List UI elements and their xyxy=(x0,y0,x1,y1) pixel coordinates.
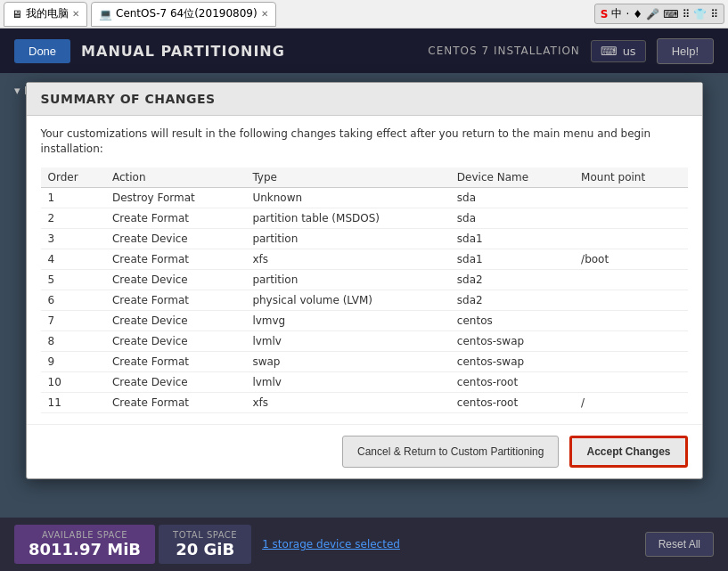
table-row: 2 Create Format partition table (MSDOS) … xyxy=(41,208,688,228)
taskbar-tab-centos[interactable]: 💻 CentOS-7 64位(20190809) ✕ xyxy=(91,2,276,27)
ime-shirt[interactable]: 👕 xyxy=(693,8,707,20)
cell-type: xfs xyxy=(245,249,449,269)
available-space-label: AVAILABLE SPACE xyxy=(29,530,141,540)
cell-type: lvmlv xyxy=(245,330,449,351)
taskbar-tab-mycomputer[interactable]: 🖥 我的电脑 ✕ xyxy=(4,2,87,27)
cancel-button[interactable]: Cancel & Return to Custom Partitioning xyxy=(342,436,559,468)
dialog-title: SUMMARY OF CHANGES xyxy=(41,92,688,106)
cell-mount xyxy=(574,371,687,392)
ime-dot[interactable]: · xyxy=(626,8,629,20)
cell-type: lvmlv xyxy=(245,371,449,392)
cell-mount xyxy=(574,208,687,228)
cell-device: centos-root xyxy=(450,371,574,392)
cell-action: Create Device xyxy=(105,371,245,392)
summary-dialog: SUMMARY OF CHANGES Your customizations w… xyxy=(26,82,703,479)
dialog-overlay: SUMMARY OF CHANGES Your customizations w… xyxy=(0,73,728,518)
cell-action: Create Device xyxy=(105,228,245,249)
total-space-value: 20 GiB xyxy=(173,540,237,559)
cell-order: 6 xyxy=(41,290,105,310)
table-row: 9 Create Format swap centos-swap xyxy=(41,351,688,371)
keyboard-icon: ⌨ xyxy=(601,45,618,58)
dialog-footer: Cancel & Return to Custom Partitioning A… xyxy=(27,424,702,478)
cell-mount xyxy=(574,330,687,351)
centos-label: CENTOS 7 INSTALLATION xyxy=(428,45,580,57)
dialog-body: Your customizations will result in the f… xyxy=(27,116,702,424)
ime-toolbar: S 中 · ♦ 🎤 ⌨ ⠿ 👕 ⠿ xyxy=(594,4,724,24)
cell-action: Destroy Format xyxy=(105,187,245,208)
accept-button[interactable]: Accept Changes xyxy=(569,436,687,468)
changes-table: Order Action Type Device Name Mount poin… xyxy=(41,167,688,413)
ime-grid2[interactable]: ⠿ xyxy=(710,8,718,20)
storage-device-link[interactable]: 1 storage device selected xyxy=(262,538,400,551)
tab1-label: 我的电脑 xyxy=(26,6,69,21)
cell-order: 7 xyxy=(41,310,105,330)
space-cards: AVAILABLE SPACE 8011.97 MiB TOTAL SPACE … xyxy=(14,525,251,564)
cell-device: sda xyxy=(450,208,574,228)
cell-action: Create Device xyxy=(105,269,245,290)
keyboard-indicator[interactable]: ⌨ us xyxy=(591,40,646,62)
table-row: 3 Create Device partition sda1 xyxy=(41,228,688,249)
cell-mount xyxy=(574,269,687,290)
cell-mount xyxy=(574,228,687,249)
cell-mount xyxy=(574,310,687,330)
cell-device: centos-root xyxy=(450,392,574,412)
cell-device: centos xyxy=(450,310,574,330)
cell-device: sda1 xyxy=(450,228,574,249)
cell-type: xfs xyxy=(245,392,449,412)
ime-brand: S xyxy=(601,8,609,20)
cell-device: sda2 xyxy=(450,290,574,310)
table-row: 4 Create Format xfs sda1 /boot xyxy=(41,249,688,269)
cell-device: sda2 xyxy=(450,269,574,290)
dialog-description: Your customizations will result in the f… xyxy=(41,126,688,157)
cell-action: Create Format xyxy=(105,290,245,310)
cell-order: 4 xyxy=(41,249,105,269)
ime-mode[interactable]: 中 xyxy=(611,6,622,21)
header-right: CENTOS 7 INSTALLATION ⌨ us Help! xyxy=(428,38,714,64)
tab2-close[interactable]: ✕ xyxy=(261,9,268,19)
cell-mount: / xyxy=(574,392,687,412)
available-space-value: 8011.97 MiB xyxy=(29,540,141,559)
keyboard-layout: us xyxy=(623,45,636,58)
cell-type: partition xyxy=(245,228,449,249)
cell-action: Create Format xyxy=(105,392,245,412)
cell-device: centos-swap xyxy=(450,351,574,371)
table-row: 5 Create Device partition sda2 xyxy=(41,269,688,290)
col-type: Type xyxy=(245,167,449,188)
done-button[interactable]: Done xyxy=(14,39,70,63)
cell-type: Unknown xyxy=(245,187,449,208)
help-button[interactable]: Help! xyxy=(657,38,714,64)
cell-type: lvmvg xyxy=(245,310,449,330)
table-row: 7 Create Device lvmvg centos xyxy=(41,310,688,330)
cell-type: partition xyxy=(245,269,449,290)
table-row: 11 Create Format xfs centos-root / xyxy=(41,392,688,412)
total-space-label: TOTAL SPACE xyxy=(173,530,237,540)
cell-order: 8 xyxy=(41,330,105,351)
ime-mic[interactable]: 🎤 xyxy=(646,8,659,20)
col-mount: Mount point xyxy=(574,167,687,188)
cell-mount xyxy=(574,290,687,310)
page-title: MANUAL PARTITIONING xyxy=(81,43,285,60)
cell-action: Create Format xyxy=(105,208,245,228)
table-row: 8 Create Device lvmlv centos-swap xyxy=(41,330,688,351)
available-space-card: AVAILABLE SPACE 8011.97 MiB xyxy=(14,525,155,564)
cell-mount xyxy=(574,187,687,208)
ime-symbol1[interactable]: ♦ xyxy=(633,8,642,20)
taskbar: 🖥 我的电脑 ✕ 💻 CentOS-7 64位(20190809) ✕ S 中 … xyxy=(0,0,728,29)
tab2-label: CentOS-7 64位(20190809) xyxy=(116,6,258,21)
tab1-close[interactable]: ✕ xyxy=(72,9,79,19)
cell-action: Create Device xyxy=(105,310,245,330)
cell-type: swap xyxy=(245,351,449,371)
cell-mount xyxy=(574,351,687,371)
table-row: 10 Create Device lvmlv centos-root xyxy=(41,371,688,392)
content-area: ▾ New CentOS 7 Installation centos-swap … xyxy=(0,73,728,518)
cell-action: Create Format xyxy=(105,351,245,371)
main-area: Done MANUAL PARTITIONING CENTOS 7 INSTAL… xyxy=(0,29,728,571)
col-action: Action xyxy=(105,167,245,188)
table-row: 1 Destroy Format Unknown sda xyxy=(41,187,688,208)
reset-all-button[interactable]: Reset All xyxy=(645,532,714,557)
cell-type: partition table (MSDOS) xyxy=(245,208,449,228)
ime-grid1[interactable]: ⠿ xyxy=(682,8,690,20)
cell-order: 9 xyxy=(41,351,105,371)
ime-keyboard[interactable]: ⌨ xyxy=(663,8,678,20)
vm-icon: 💻 xyxy=(99,8,112,20)
